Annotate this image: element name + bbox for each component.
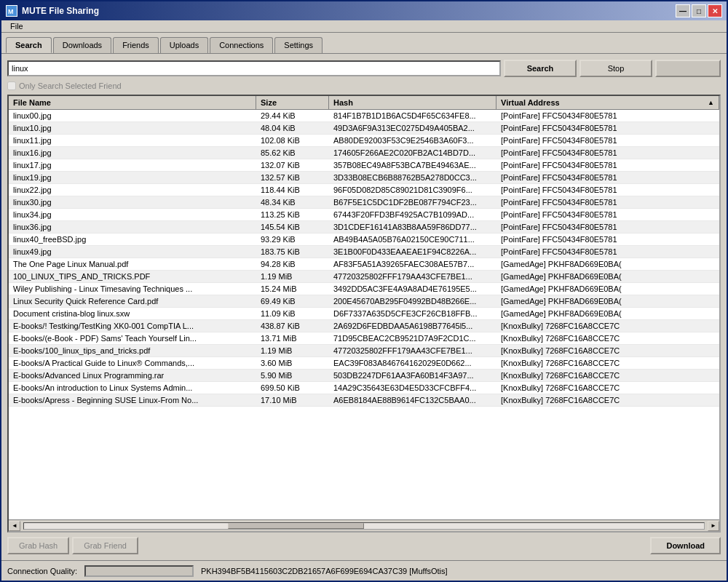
cell-filename: E-books/Advanced Linux Programming.rar	[9, 370, 256, 381]
cell-hash: 3E1B00F0D433EAAEAE1F94C8226A...	[329, 246, 496, 258]
col-header-size[interactable]: Size	[256, 96, 329, 109]
title-bar: M MUTE File Sharing — □ ✕	[1, 1, 727, 20]
scroll-track[interactable]	[23, 522, 705, 530]
table-row[interactable]: E-books/An introduction to Linux Systems…	[9, 382, 719, 394]
cell-filename: linux10.jpg	[9, 122, 256, 134]
main-window: M MUTE File Sharing — □ ✕ File Search Do…	[0, 0, 728, 582]
table-row[interactable]: linux16.jpg85.62 KiB174605F266AE2C020FB2…	[9, 147, 719, 159]
col-header-vaddr[interactable]: Virtual Address ▲	[496, 96, 719, 109]
tab-connections[interactable]: Connections	[210, 37, 273, 53]
cell-vaddr: [KnoxBulky] 7268FC16A8CCE7C	[496, 332, 719, 344]
table-row[interactable]: linux10.jpg48.04 KiB49D3A6F9A313EC0275D4…	[9, 122, 719, 135]
cell-hash: AB80DE92003F53C9E2546B3A60F3...	[329, 135, 496, 146]
table-header: File Name Size Hash Virtual Address ▲	[9, 96, 719, 110]
cell-vaddr: [PointFare] FFC50434F80E5781	[496, 122, 719, 134]
cell-size: 48.34 KiB	[256, 196, 329, 208]
table-row[interactable]: linux49.jpg183.75 KiB3E1B00F0D433EAAEAE1…	[9, 246, 719, 258]
table-row[interactable]: 100_LINUX_TIPS_AND_TRICKS.PDF1.19 MiB477…	[9, 271, 719, 283]
table-row[interactable]: E-books/(e-Book - PDF) Sams' Teach Yours…	[9, 332, 719, 345]
checkbox-row: Only Search Selected Friend	[7, 81, 721, 90]
cell-vaddr: [PointFare] FFC50434F80E5781	[496, 209, 719, 220]
cell-hash: 357B08EC49A8F53BCA7BE49463AE...	[329, 159, 496, 171]
table-row[interactable]: E-books/Advanced Linux Programming.rar5.…	[9, 370, 719, 382]
bottom-buttons: Grab Hash Grab Friend Download	[7, 537, 721, 554]
download-button[interactable]: Download	[650, 537, 721, 554]
tab-friends[interactable]: Friends	[113, 37, 159, 53]
table-row[interactable]: Linux Security Quick Reference Card.pdf6…	[9, 295, 719, 308]
tab-search[interactable]: Search	[6, 37, 52, 53]
cell-hash: 2A692D6FEDBDAA5A6198B77645l5...	[329, 320, 496, 332]
table-row[interactable]: Document cristina-blog linux.sxw11.09 Ki…	[9, 308, 719, 320]
extra-button[interactable]	[655, 60, 721, 77]
cell-vaddr: [PointFare] FFC50434F80E5781	[496, 110, 719, 121]
maximize-button[interactable]: □	[692, 4, 706, 17]
table-row[interactable]: linux19.jpg132.57 KiB3D33B08ECB6B88762B5…	[9, 172, 719, 184]
col-header-filename[interactable]: File Name	[9, 96, 256, 109]
grab-friend-button[interactable]: Grab Friend	[72, 537, 138, 554]
tab-settings[interactable]: Settings	[274, 37, 323, 53]
only-selected-friend-checkbox[interactable]	[7, 81, 16, 90]
table-row[interactable]: E-books/100_linux_tips_and_tricks.pdf1.1…	[9, 345, 719, 357]
connection-quality-label: Connection Quality:	[7, 567, 77, 575]
cell-hash: 174605F266AE2C020FB2AC14BD7D...	[329, 147, 496, 159]
cell-vaddr: [PointFare] FFC50434F80E5781	[496, 147, 719, 159]
tab-downloads[interactable]: Downloads	[53, 37, 111, 53]
cell-size: 94.28 KiB	[256, 258, 329, 270]
stop-button[interactable]: Stop	[579, 60, 652, 77]
grab-hash-button[interactable]: Grab Hash	[7, 537, 69, 554]
cell-vaddr: [KnoxBulky] 7268FC16A8CCE7C	[496, 320, 719, 332]
cell-filename: Wiley Publishing - Linux Timesaving Tech…	[9, 283, 256, 295]
cell-vaddr: [PointFare] FFC50434F80E5781	[496, 234, 719, 245]
cell-vaddr: [GamedAge] PKHF8AD669E0BA(	[496, 295, 719, 307]
close-button[interactable]: ✕	[708, 4, 722, 17]
table-row[interactable]: linux40_freeBSD.jpg93.29 KiBAB49B4A5A05B…	[9, 234, 719, 246]
table-row[interactable]: The One Page Linux Manual.pdf94.28 KiBAF…	[9, 258, 719, 271]
table-row[interactable]: linux00.jpg29.44 KiB814F1B7B1D1B6AC5D4F6…	[9, 110, 719, 122]
search-input[interactable]	[7, 60, 501, 76]
cell-size: 85.62 KiB	[256, 147, 329, 159]
table-row[interactable]: linux17.jpg132.07 KiB357B08EC49A8F53BCA7…	[9, 159, 719, 172]
connection-quality-bar	[84, 565, 194, 577]
cell-vaddr: [KnoxBulky] 7268FC16A8CCE7C	[496, 382, 719, 394]
cell-vaddr: [KnoxBulky] 7268FC16A8CCE7C	[496, 370, 719, 381]
table-row[interactable]: E-books/A Practical Guide to Linux® Comm…	[9, 357, 719, 370]
col-header-hash[interactable]: Hash	[329, 96, 496, 109]
title-bar-left: M MUTE File Sharing	[6, 5, 99, 17]
cell-size: 102.08 KiB	[256, 135, 329, 146]
table-row[interactable]: E-books/Apress - Beginning SUSE Linux-Fr…	[9, 394, 719, 407]
cell-size: 13.71 MiB	[256, 332, 329, 344]
scroll-left-btn[interactable]: ◄	[9, 521, 20, 531]
cell-hash: A6EB8184AE88B9614FC132C5BAA0...	[329, 394, 496, 406]
cell-filename: E-books/A Practical Guide to Linux® Comm…	[9, 357, 256, 369]
cell-filename: linux11.jpg	[9, 135, 256, 146]
table-body: linux00.jpg29.44 KiB814F1B7B1D1B6AC5D4F6…	[9, 110, 719, 519]
table-row[interactable]: linux11.jpg102.08 KiBAB80DE92003F53C9E25…	[9, 135, 719, 147]
cell-size: 132.57 KiB	[256, 172, 329, 183]
cell-filename: 100_LINUX_TIPS_AND_TRICKS.PDF	[9, 271, 256, 282]
table-row[interactable]: Wiley Publishing - Linux Timesaving Tech…	[9, 283, 719, 295]
cell-filename: linux36.jpg	[9, 221, 256, 233]
search-button[interactable]: Search	[504, 60, 577, 77]
table-row[interactable]: linux36.jpg145.54 KiB3D1CDEF16141A83B8AA…	[9, 221, 719, 234]
cell-filename: Document cristina-blog linux.sxw	[9, 308, 256, 319]
horizontal-scrollbar[interactable]: ◄ ►	[9, 519, 719, 531]
cell-hash: 96F05D082D85C89021D81C3909F6...	[329, 184, 496, 196]
cell-hash: 47720325802FFF179AA43CFE7BE1...	[329, 271, 496, 282]
table-row[interactable]: linux30.jpg48.34 KiBB67F5E1C5DC1DF2BE087…	[9, 196, 719, 209]
scroll-right-btn[interactable]: ►	[708, 521, 719, 531]
table-row[interactable]: E-books/! Testking/TestKing XK0-001 Comp…	[9, 320, 719, 332]
cell-hash: 3492DD5AC3FE4A9A8AD4E76195E5...	[329, 283, 496, 295]
cell-vaddr: [GamedAge] PKHF8AD669E0BA(	[496, 258, 719, 270]
tab-uploads[interactable]: Uploads	[160, 37, 208, 53]
cell-hash: 14A29C35643E63D4E5D33CFCBFF4...	[329, 382, 496, 394]
minimize-button[interactable]: —	[676, 4, 690, 17]
scroll-thumb[interactable]	[228, 523, 364, 529]
search-bar: Search Stop	[7, 60, 721, 77]
cell-size: 1.19 MiB	[256, 345, 329, 356]
table-row[interactable]: linux22.jpg118.44 KiB96F05D082D85C89021D…	[9, 184, 719, 196]
cell-size: 29.44 KiB	[256, 110, 329, 121]
menu-file[interactable]: File	[6, 20, 28, 32]
cell-filename: The One Page Linux Manual.pdf	[9, 258, 256, 270]
cell-size: 118.44 KiB	[256, 184, 329, 196]
table-row[interactable]: linux34.jpg113.25 KiB67443F20FFD3BF4925A…	[9, 209, 719, 221]
